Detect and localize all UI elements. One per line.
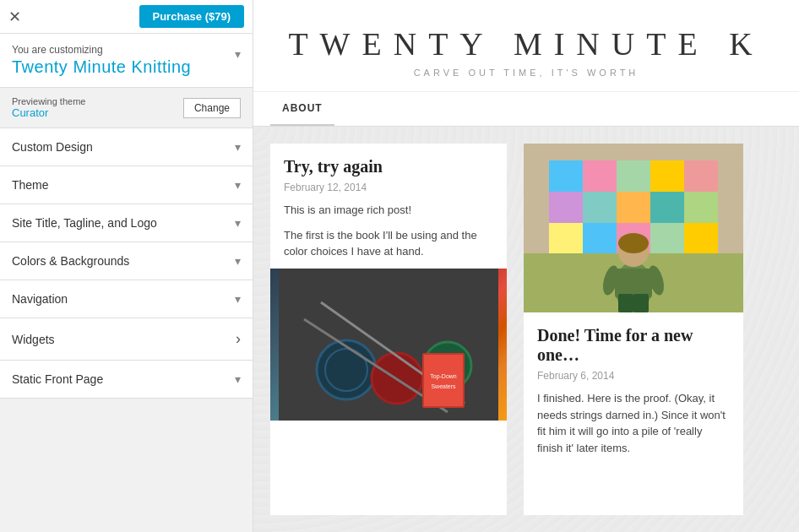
svg-rect-22 (684, 160, 718, 192)
svg-rect-36 (615, 269, 652, 298)
navigation-label: Navigation (12, 292, 68, 306)
post-1-date: February 12, 2014 (270, 182, 507, 202)
previewing-section: Previewing theme Curator Change (0, 88, 253, 128)
svg-rect-26 (650, 192, 684, 223)
customizing-section: You are customizing Twenty Minute Knitti… (0, 34, 253, 88)
theme-name: Twenty Minute Knitting (12, 57, 191, 77)
chevron-down-icon: ▾ (235, 254, 241, 268)
site-header: TWENTY MINUTE K CARVE OUT TIME, IT'S WOR… (253, 0, 799, 92)
left-panel: ✕ Purchase ($79) You are customizing Twe… (0, 0, 253, 532)
svg-text:Top-Down: Top-Down (430, 373, 457, 380)
svg-rect-39 (618, 294, 633, 312)
post-2-title: Done! Time for a new one… (524, 312, 743, 370)
child-image (524, 144, 743, 312)
right-panel: TWENTY MINUTE K CARVE OUT TIME, IT'S WOR… (253, 0, 799, 532)
content-area: Try, try again February 12, 2014 This is… (253, 127, 799, 532)
chevron-down-icon[interactable]: ▾ (235, 47, 241, 61)
svg-rect-32 (684, 223, 718, 253)
svg-rect-28 (549, 223, 583, 253)
svg-rect-27 (684, 192, 718, 223)
menu-item-theme[interactable]: Theme ▾ (0, 166, 253, 204)
static-front-page-label: Static Front Page (12, 372, 103, 386)
customizing-label: You are customizing (12, 44, 191, 56)
post-2-date: February 6, 2014 (524, 370, 743, 390)
menu-item-static-front-page[interactable]: Static Front Page ▾ (0, 361, 253, 399)
chevron-right-icon: › (236, 330, 241, 348)
custom-design-label: Custom Design (12, 140, 93, 154)
theme-label: Theme (12, 178, 49, 192)
posts-grid: Try, try again February 12, 2014 This is… (253, 127, 760, 532)
post-card-1: Try, try again February 12, 2014 This is… (270, 144, 507, 515)
svg-rect-23 (549, 192, 583, 223)
svg-text:Sweaters: Sweaters (431, 383, 456, 389)
widgets-label: Widgets (12, 333, 55, 346)
customizing-text-block: You are customizing Twenty Minute Knitti… (12, 44, 191, 77)
post-card-2: Done! Time for a new one… February 6, 20… (524, 144, 743, 515)
chevron-down-icon: ▾ (235, 292, 241, 306)
theme-curator: Curator (12, 106, 85, 119)
purchase-button[interactable]: Purchase ($79) (139, 5, 245, 28)
previewing-label: Previewing theme (12, 96, 85, 106)
svg-rect-21 (650, 160, 684, 192)
site-title: TWENTY MINUTE K (253, 25, 799, 62)
svg-rect-20 (617, 160, 650, 192)
menu-item-custom-design[interactable]: Custom Design ▾ (0, 128, 253, 166)
chevron-down-icon: ▾ (235, 140, 241, 154)
menu-item-navigation[interactable]: Navigation ▾ (0, 280, 253, 318)
post-2-excerpt: I finished. Here is the proof. (Okay, it… (524, 390, 743, 464)
nav-bar: ABOUT (253, 92, 799, 127)
top-bar: ✕ Purchase ($79) (0, 0, 253, 34)
chevron-down-icon: ▾ (235, 372, 241, 386)
svg-rect-29 (583, 223, 617, 253)
svg-rect-18 (549, 160, 583, 192)
chevron-down-icon: ▾ (235, 216, 241, 230)
post-1-excerpt1: This is an image rich post! (270, 202, 507, 227)
svg-rect-40 (633, 294, 649, 312)
svg-rect-31 (650, 223, 684, 253)
svg-rect-19 (583, 160, 617, 192)
svg-point-35 (618, 233, 649, 253)
site-title-label: Site Title, Tagline, and Logo (12, 216, 157, 230)
menu-item-colors-backgrounds[interactable]: Colors & Backgrounds ▾ (0, 242, 253, 280)
change-theme-button[interactable]: Change (183, 98, 241, 118)
svg-rect-24 (583, 192, 617, 223)
close-icon[interactable]: ✕ (8, 9, 21, 24)
svg-rect-25 (617, 192, 650, 223)
colors-backgrounds-label: Colors & Backgrounds (12, 254, 129, 268)
site-tagline: CARVE OUT TIME, IT'S WORTH (253, 68, 799, 78)
svg-rect-11 (424, 355, 463, 406)
previewing-text-block: Previewing theme Curator (12, 96, 85, 119)
menu-item-site-title[interactable]: Site Title, Tagline, and Logo ▾ (0, 204, 253, 242)
nav-about-link[interactable]: ABOUT (270, 92, 334, 126)
chevron-down-icon: ▾ (235, 178, 241, 192)
menu-item-widgets[interactable]: Widgets › (0, 318, 253, 361)
knitting-image: Top-Down Sweaters (270, 269, 507, 421)
post-1-excerpt2: The first is the book I'll be using and … (270, 227, 507, 269)
post-1-title: Try, try again (270, 144, 507, 182)
